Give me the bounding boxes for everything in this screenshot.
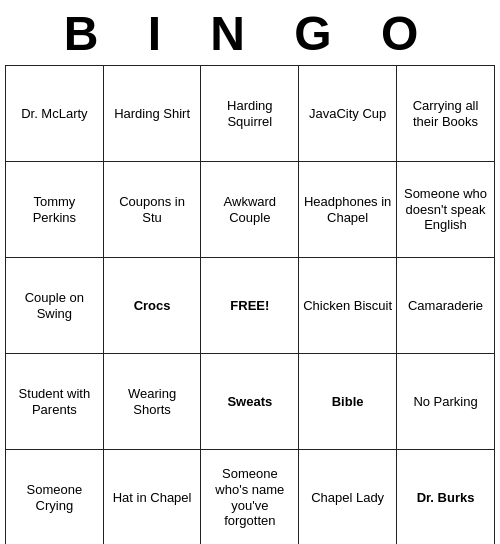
cell-r3-c4: No Parking	[397, 354, 495, 450]
cell-r4-c4: Dr. Burks	[397, 450, 495, 545]
cell-r2-c0: Couple on Swing	[6, 258, 104, 354]
cell-r3-c3: Bible	[299, 354, 397, 450]
cell-r0-c3: JavaCity Cup	[299, 66, 397, 162]
cell-r2-c3: Chicken Biscuit	[299, 258, 397, 354]
bingo-title: B I N G O	[0, 0, 500, 65]
cell-r3-c2: Sweats	[201, 354, 299, 450]
cell-r2-c2: FREE!	[201, 258, 299, 354]
cell-r4-c2: Someone who's name you've forgotten	[201, 450, 299, 545]
cell-r0-c2: Harding Squirrel	[201, 66, 299, 162]
cell-r1-c3: Headphones in Chapel	[299, 162, 397, 258]
bingo-grid: Dr. McLartyHarding ShirtHarding Squirrel…	[5, 65, 495, 544]
cell-r0-c1: Harding Shirt	[103, 66, 201, 162]
cell-r3-c0: Student with Parents	[6, 354, 104, 450]
cell-r1-c4: Someone who doesn't speak English	[397, 162, 495, 258]
cell-r3-c1: Wearing Shorts	[103, 354, 201, 450]
cell-r4-c1: Hat in Chapel	[103, 450, 201, 545]
cell-r1-c2: Awkward Couple	[201, 162, 299, 258]
cell-r0-c4: Carrying all their Books	[397, 66, 495, 162]
cell-r2-c1: Crocs	[103, 258, 201, 354]
cell-r1-c1: Coupons in Stu	[103, 162, 201, 258]
cell-r4-c3: Chapel Lady	[299, 450, 397, 545]
cell-r0-c0: Dr. McLarty	[6, 66, 104, 162]
cell-r4-c0: Someone Crying	[6, 450, 104, 545]
cell-r1-c0: Tommy Perkins	[6, 162, 104, 258]
cell-r2-c4: Camaraderie	[397, 258, 495, 354]
